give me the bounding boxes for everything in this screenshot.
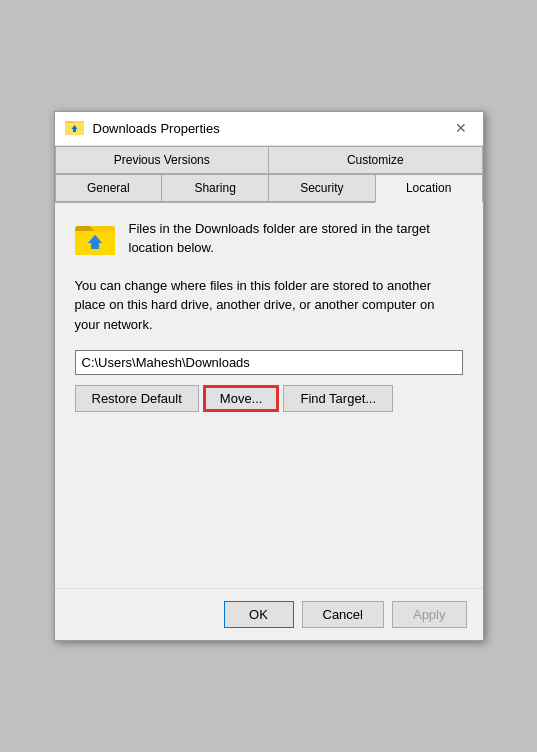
tab-security[interactable]: Security <box>268 174 376 201</box>
downloads-folder-icon <box>65 118 85 138</box>
close-button[interactable]: ✕ <box>449 116 473 140</box>
title-bar: Downloads Properties ✕ <box>55 112 483 146</box>
buttons-row: Restore Default Move... Find Target... <box>75 385 463 412</box>
info-text: Files in the Downloads folder are stored… <box>129 219 463 258</box>
restore-default-button[interactable]: Restore Default <box>75 385 199 412</box>
ok-button[interactable]: OK <box>224 601 294 628</box>
path-input[interactable] <box>75 350 463 375</box>
folder-icon-large <box>75 219 117 260</box>
tabs-bottom-row: General Sharing Security Location <box>55 174 483 203</box>
bottom-buttons-row: OK Cancel Apply <box>55 588 483 640</box>
dialog-window: Downloads Properties ✕ Previous Versions… <box>54 111 484 642</box>
tab-previous-versions[interactable]: Previous Versions <box>55 146 270 173</box>
description-text: You can change where files in this folde… <box>75 276 463 335</box>
move-button[interactable]: Move... <box>203 385 280 412</box>
apply-button[interactable]: Apply <box>392 601 467 628</box>
tab-location[interactable]: Location <box>375 174 483 203</box>
window-title: Downloads Properties <box>93 121 449 136</box>
tabs-top-row: Previous Versions Customize <box>55 146 483 174</box>
content-spacer <box>55 428 483 588</box>
tab-sharing[interactable]: Sharing <box>161 174 269 201</box>
cancel-button[interactable]: Cancel <box>302 601 384 628</box>
info-row: Files in the Downloads folder are stored… <box>75 219 463 260</box>
find-target-button[interactable]: Find Target... <box>283 385 393 412</box>
tab-customize[interactable]: Customize <box>268 146 483 173</box>
content-area: Files in the Downloads folder are stored… <box>55 203 483 429</box>
tab-general[interactable]: General <box>55 174 163 201</box>
